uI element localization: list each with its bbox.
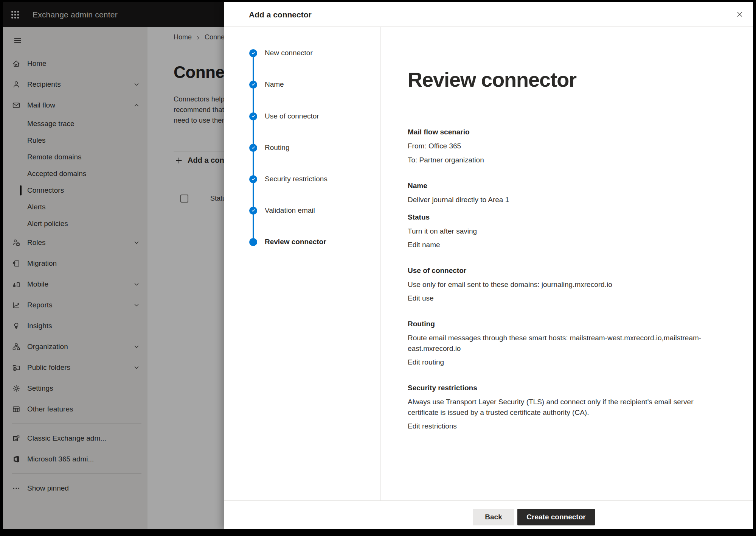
wizard-stepper: New connector Name Use of connector: [224, 27, 381, 500]
step-validation-email[interactable]: Validation email: [249, 207, 315, 214]
step-security-restrictions[interactable]: Security restrictions: [249, 175, 328, 183]
mail-flow-to: To: Partner organization: [408, 155, 713, 165]
step-name[interactable]: Name: [249, 81, 284, 88]
panel-body: New connector Name Use of connector: [224, 27, 753, 500]
step-label: Security restrictions: [265, 175, 328, 183]
step-status-icon: [249, 175, 257, 183]
panel-header: Add a connector: [224, 2, 753, 27]
step-new-connector[interactable]: New connector: [249, 49, 313, 57]
step-label: Review connector: [265, 238, 326, 246]
check-icon: [251, 145, 256, 150]
create-connector-button[interactable]: Create connector: [517, 509, 595, 525]
step-routing[interactable]: Routing: [249, 144, 290, 151]
close-icon: [736, 11, 744, 18]
step-status-icon: [249, 112, 257, 120]
section-mail-flow-scenario: Mail flow scenario: [408, 127, 713, 137]
status-value: Turn it on after saving: [408, 226, 713, 237]
panel-title: Add a connector: [249, 2, 312, 27]
connector-name-value: Deliver journal directly to Area 1: [408, 195, 713, 205]
check-icon: [251, 177, 256, 181]
section-name: Name: [408, 181, 713, 191]
back-button[interactable]: Back: [473, 509, 514, 525]
step-status-icon: [249, 144, 257, 152]
add-connector-panel: Add a connector New connector: [224, 2, 753, 529]
review-heading: Review connector: [408, 68, 753, 91]
edit-restrictions-link[interactable]: Edit restrictions: [408, 421, 713, 432]
close-button[interactable]: [733, 7, 747, 22]
section-use-of-connector: Use of connector: [408, 265, 713, 276]
use-of-connector-value: Use only for email sent to these domains…: [408, 279, 713, 290]
step-status-icon: [249, 49, 257, 57]
step-label: New connector: [265, 49, 313, 57]
security-restrictions-value: Always use Transport Layer Security (TLS…: [408, 397, 713, 418]
check-icon: [251, 208, 256, 213]
section-security-restrictions: Security restrictions: [408, 383, 713, 393]
step-use-of-connector[interactable]: Use of connector: [249, 112, 319, 120]
review-connector-content: Review connector Mail flow scenarioFrom:…: [381, 27, 753, 500]
routing-value: Route email messages through these smart…: [408, 333, 713, 354]
step-review-connector[interactable]: Review connector: [249, 238, 326, 246]
step-status-icon: [249, 207, 257, 215]
edit-name-link[interactable]: Edit name: [408, 240, 713, 250]
step-label: Use of connector: [265, 112, 319, 120]
check-icon: [251, 82, 256, 87]
step-label: Validation email: [265, 206, 315, 215]
review-sections: Mail flow scenarioFrom: Office 365To: Pa…: [408, 127, 713, 432]
mail-flow-from: From: Office 365: [408, 141, 713, 151]
step-status-icon: [249, 81, 257, 89]
step-label: Name: [265, 80, 284, 89]
edit-use-link[interactable]: Edit use: [408, 293, 713, 304]
panel-footer: Back Create connector: [224, 500, 753, 529]
step-status-icon: [249, 238, 257, 246]
section-routing: Routing: [408, 319, 713, 329]
step-label: Routing: [265, 143, 290, 152]
check-icon: [251, 114, 256, 118]
app-window: Exchange admin center Home Recipients Ma…: [3, 2, 753, 529]
check-icon: [251, 51, 256, 55]
section-status: Status: [408, 212, 713, 223]
edit-routing-link[interactable]: Edit routing: [408, 357, 713, 368]
